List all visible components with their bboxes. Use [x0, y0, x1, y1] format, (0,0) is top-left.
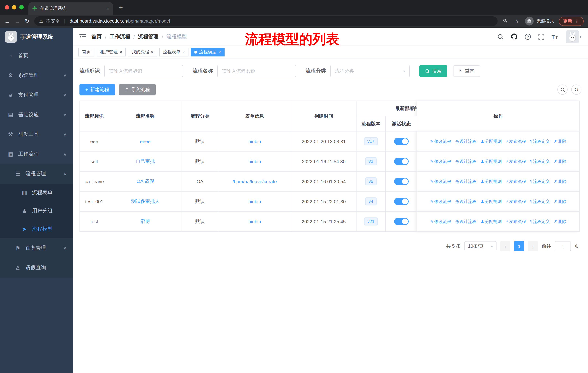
active-toggle[interactable] [394, 158, 409, 165]
user-avatar[interactable] [566, 30, 579, 43]
action-process-definition-link[interactable]: ¶流程定义 [530, 219, 550, 224]
process-name-link[interactable]: 测试多审批人 [131, 199, 159, 204]
view-tag[interactable]: 我的流程 × [128, 48, 157, 56]
sidebar-item[interactable]: ⚙ 系统管理 ∨ [0, 66, 73, 85]
sidebar-item[interactable]: ◔ 首页 [0, 46, 73, 66]
reset-button[interactable]: ↻ 重置 [453, 65, 480, 77]
process-name-link[interactable]: OA 请假 [136, 179, 154, 184]
password-key-icon[interactable] [502, 18, 509, 24]
address-bar[interactable]: ⚠ 不安全 | dashboard.yudao.iocoder.cn/bpm/m… [34, 16, 497, 26]
forward-button[interactable]: → [15, 18, 20, 24]
sidebar-item[interactable]: ▤ 基础设施 ∨ [0, 105, 73, 125]
form-info-link[interactable]: biubiu [248, 199, 261, 204]
action-design-process-link[interactable]: ◎设计流程 [455, 199, 476, 204]
tag-close-icon[interactable]: × [120, 49, 122, 54]
process-id-input[interactable] [104, 65, 183, 77]
action-assign-rule-link[interactable]: ♟分配规则 [481, 179, 502, 184]
breadcrumb-item[interactable]: 流程管理 / [138, 33, 167, 40]
form-info-link[interactable]: biubiu [248, 159, 261, 164]
goto-page-input[interactable] [555, 241, 571, 251]
tag-close-icon[interactable]: × [218, 49, 221, 54]
version-badge[interactable]: v4 [365, 197, 376, 205]
sidebar-fold-icon[interactable] [79, 34, 86, 40]
view-tag[interactable]: 首页 × [78, 48, 94, 56]
new-tab-button[interactable]: + [119, 4, 123, 12]
process-name-link[interactable]: eeee [140, 139, 151, 144]
form-info-link[interactable]: biubiu [248, 139, 261, 144]
view-tag[interactable]: 流程表单 × [159, 48, 189, 56]
toggle-search-button[interactable] [557, 84, 567, 95]
action-publish-process-link[interactable]: ☝发布流程 [506, 199, 526, 204]
process-name-input[interactable] [217, 65, 296, 77]
view-tag[interactable]: 租户管理 × [97, 48, 126, 56]
form-info-link[interactable]: /bpm/oa/leave/create [232, 179, 277, 184]
action-process-definition-link[interactable]: ¶流程定义 [530, 159, 550, 163]
action-edit-process-link[interactable]: ✎修改流程 [430, 159, 451, 163]
process-name-link[interactable]: 滔博 [141, 219, 150, 224]
version-badge[interactable]: v2 [365, 157, 376, 165]
action-design-process-link[interactable]: ◎设计流程 [455, 159, 476, 163]
create-process-button[interactable]: + 新建流程 [79, 84, 115, 95]
process-category-select[interactable]: 流程分类 ▾ [330, 65, 410, 77]
action-publish-process-link[interactable]: ☝发布流程 [506, 219, 526, 224]
active-toggle[interactable] [394, 198, 409, 205]
action-process-definition-link[interactable]: ¶流程定义 [530, 139, 550, 143]
search-button[interactable]: 搜索 [419, 65, 447, 77]
browser-tab[interactable]: 芋道管理系统 × [28, 2, 113, 15]
breadcrumb-item[interactable]: 流程模型 / [166, 33, 187, 40]
sidebar-item[interactable]: ⚒ 研发工具 ∨ [0, 125, 73, 144]
action-design-process-link[interactable]: ◎设计流程 [455, 219, 476, 224]
help-icon[interactable]: ? [525, 33, 531, 40]
version-badge[interactable]: v17 [364, 137, 378, 145]
process-name-link[interactable]: 自己审批 [136, 159, 155, 164]
action-assign-rule-link[interactable]: ♟分配规则 [481, 199, 502, 204]
action-process-definition-link[interactable]: ¶流程定义 [530, 199, 550, 204]
action-assign-rule-link[interactable]: ♟分配规则 [481, 219, 502, 224]
action-assign-rule-link[interactable]: ♟分配规则 [481, 139, 502, 143]
action-edit-process-link[interactable]: ✎修改流程 [430, 179, 451, 184]
action-delete-link[interactable]: ✗删除 [554, 139, 566, 143]
version-badge[interactable]: v5 [365, 177, 376, 185]
action-edit-process-link[interactable]: ✎修改流程 [430, 139, 451, 143]
action-edit-process-link[interactable]: ✎修改流程 [430, 219, 451, 224]
sidebar-item[interactable]: ▥ 流程表单 [0, 184, 73, 202]
window-zoom-button[interactable] [19, 5, 24, 10]
next-page-button[interactable]: › [528, 241, 538, 251]
form-info-link[interactable]: biubiu [248, 219, 261, 224]
browser-update-button[interactable]: 更新 ⋮ [559, 17, 584, 26]
back-button[interactable]: ← [4, 18, 10, 24]
action-publish-process-link[interactable]: ☝发布流程 [506, 139, 526, 143]
action-process-definition-link[interactable]: ¶流程定义 [530, 179, 550, 184]
bookmark-star-icon[interactable]: ☆ [514, 18, 520, 24]
tag-close-icon[interactable]: × [151, 49, 153, 54]
version-badge[interactable]: v21 [364, 217, 378, 225]
sidebar-item[interactable]: ⚑ 任务管理 ∨ [0, 238, 73, 258]
active-toggle[interactable] [394, 178, 409, 185]
search-icon[interactable] [497, 33, 504, 40]
github-icon[interactable] [511, 33, 518, 40]
fullscreen-icon[interactable] [538, 33, 545, 40]
browser-menu-dots-icon[interactable]: ⋮ [575, 18, 579, 24]
action-assign-rule-link[interactable]: ♟分配规则 [481, 159, 502, 163]
active-toggle[interactable] [394, 218, 409, 225]
tab-close-icon[interactable]: × [107, 6, 109, 11]
import-process-button[interactable]: ↥ 导入流程 [119, 84, 156, 95]
sidebar-item[interactable]: ¥ 支付管理 ∨ [0, 85, 73, 105]
prev-page-button[interactable]: ‹ [500, 241, 510, 251]
action-publish-process-link[interactable]: ☝发布流程 [506, 159, 526, 163]
current-page-button[interactable]: 1 [514, 241, 524, 251]
sidebar-item[interactable]: ☰ 流程管理 ∧ [0, 164, 73, 184]
view-tag[interactable]: 流程模型 × [191, 48, 225, 56]
action-delete-link[interactable]: ✗删除 [554, 199, 566, 204]
page-size-select[interactable]: 10条/页 ▾ [464, 241, 496, 251]
sidebar-item[interactable]: ♟ 用户分组 [0, 202, 73, 220]
breadcrumb-item[interactable]: 工作流程 / [110, 33, 138, 40]
action-delete-link[interactable]: ✗删除 [554, 159, 566, 163]
window-close-button[interactable] [5, 5, 9, 10]
active-toggle[interactable] [394, 138, 409, 145]
tag-close-icon[interactable]: × [182, 49, 185, 54]
window-minimize-button[interactable] [12, 5, 16, 10]
refresh-button[interactable]: ↻ [571, 84, 581, 95]
action-design-process-link[interactable]: ◎设计流程 [455, 139, 476, 143]
sidebar-item[interactable]: ▦ 工作流程 ∧ [0, 144, 73, 164]
